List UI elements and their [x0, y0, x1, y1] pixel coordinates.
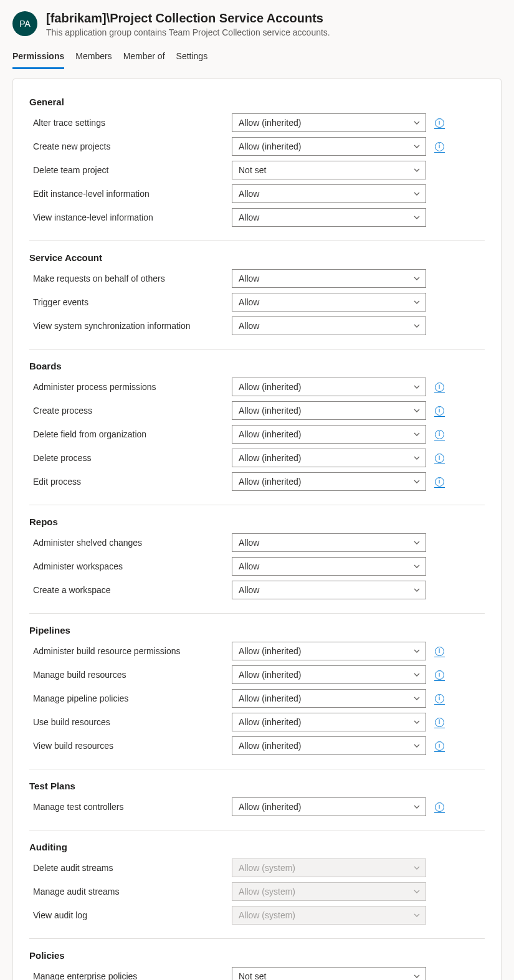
permission-row: Manage audit streamsAllow (system)	[29, 880, 485, 903]
permission-select[interactable]: Allow (inherited)	[232, 137, 426, 156]
chevron-down-icon	[413, 742, 421, 749]
info-icon[interactable]: i	[435, 454, 444, 463]
permission-row: Manage pipeline policiesAllow (inherited…	[29, 687, 485, 710]
info-icon[interactable]: i	[435, 430, 444, 439]
info-icon[interactable]: i	[435, 647, 444, 656]
permission-select[interactable]: Allow (inherited)	[232, 113, 426, 132]
info-column: i	[432, 406, 446, 416]
page-header: PA [fabrikam]\Project Collection Service…	[0, 0, 514, 42]
info-icon[interactable]: i	[435, 802, 444, 812]
permission-label: Manage test controllers	[29, 802, 226, 812]
permission-label: Trigger events	[29, 297, 226, 307]
permission-label: Alter trace settings	[29, 118, 226, 128]
permission-value: Allow (system)	[239, 887, 295, 897]
permission-select[interactable]: Allow (inherited)	[232, 797, 426, 816]
permission-row: Make requests on behalf of othersAllow	[29, 267, 485, 290]
permission-value: Allow (system)	[239, 910, 295, 920]
info-column: i	[432, 670, 446, 680]
permission-select: Allow (system)	[232, 859, 426, 877]
info-column: i	[432, 430, 446, 439]
chevron-down-icon	[413, 298, 421, 306]
info-column: i	[432, 802, 446, 812]
info-icon[interactable]: i	[435, 477, 444, 487]
permission-row: Manage test controllersAllow (inherited)…	[29, 795, 485, 819]
permission-label: Edit instance-level information	[29, 189, 226, 199]
permission-select[interactable]: Not set	[232, 967, 426, 980]
permission-select[interactable]: Allow	[232, 269, 426, 288]
permission-label: Edit process	[29, 477, 226, 487]
permission-value: Allow (inherited)	[239, 429, 301, 439]
permission-value: Allow (inherited)	[239, 141, 301, 151]
chevron-down-icon	[413, 973, 421, 980]
permission-value: Allow	[239, 189, 259, 199]
section: AuditingDelete audit streamsAllow (syste…	[29, 837, 485, 927]
permission-select[interactable]: Allow	[232, 533, 426, 552]
permission-label: Manage audit streams	[29, 887, 226, 897]
info-icon[interactable]: i	[435, 142, 444, 151]
chevron-down-icon	[413, 478, 421, 485]
permission-label: Make requests on behalf of others	[29, 274, 226, 283]
permission-label: View instance-level information	[29, 212, 226, 222]
permission-label: View build resources	[29, 741, 226, 751]
permission-select: Allow (system)	[232, 906, 426, 925]
info-icon[interactable]: i	[435, 694, 444, 703]
chevron-down-icon	[413, 718, 421, 726]
info-column: i	[432, 142, 446, 151]
permission-select[interactable]: Allow (inherited)	[232, 449, 426, 467]
permission-select[interactable]: Allow (inherited)	[232, 713, 426, 731]
tab-permissions[interactable]: Permissions	[12, 47, 64, 69]
permission-label: Create new projects	[29, 141, 226, 151]
section-divider	[29, 769, 485, 769]
permission-select[interactable]: Allow	[232, 581, 426, 599]
permission-select[interactable]: Allow (inherited)	[232, 689, 426, 708]
section-divider	[29, 830, 485, 830]
info-column: i	[432, 741, 446, 751]
section-title: Test Plans	[29, 776, 485, 795]
permission-value: Allow (system)	[239, 863, 295, 873]
permission-select[interactable]: Allow (inherited)	[232, 425, 426, 444]
permission-select[interactable]: Allow (inherited)	[232, 665, 426, 684]
tab-settings[interactable]: Settings	[176, 47, 208, 69]
info-icon[interactable]: i	[435, 383, 444, 392]
chevron-down-icon	[413, 563, 421, 570]
permission-value: Allow	[239, 274, 259, 283]
permission-select[interactable]: Allow (inherited)	[232, 401, 426, 420]
permission-select[interactable]: Allow (inherited)	[232, 736, 426, 755]
permission-value: Allow	[239, 321, 259, 331]
permission-select[interactable]: Allow (inherited)	[232, 642, 426, 660]
permission-value: Allow (inherited)	[239, 382, 301, 392]
permission-row: Delete field from organizationAllow (inh…	[29, 422, 485, 446]
section-title: General	[29, 92, 485, 111]
permission-select[interactable]: Allow (inherited)	[232, 472, 426, 491]
permission-value: Allow (inherited)	[239, 741, 301, 751]
permission-label: Create process	[29, 406, 226, 416]
permission-value: Allow	[239, 297, 259, 307]
permission-label: Delete audit streams	[29, 863, 226, 873]
chevron-down-icon	[413, 143, 421, 150]
chevron-down-icon	[413, 695, 421, 702]
permission-select[interactable]: Allow	[232, 184, 426, 203]
permission-value: Allow	[239, 212, 259, 222]
info-icon[interactable]: i	[435, 118, 444, 128]
info-icon[interactable]: i	[435, 718, 444, 727]
permission-value: Allow (inherited)	[239, 717, 301, 727]
info-icon[interactable]: i	[435, 741, 444, 751]
tab-member-of[interactable]: Member of	[123, 47, 165, 69]
info-icon[interactable]: i	[435, 670, 444, 680]
chevron-down-icon	[413, 539, 421, 546]
permission-value: Not set	[239, 165, 266, 175]
permission-select[interactable]: Allow (inherited)	[232, 378, 426, 396]
permission-select[interactable]: Not set	[232, 161, 426, 179]
tab-members[interactable]: Members	[75, 47, 112, 69]
chevron-down-icon	[413, 431, 421, 438]
permission-value: Not set	[239, 971, 266, 980]
permission-label: Administer process permissions	[29, 382, 226, 392]
info-icon[interactable]: i	[435, 406, 444, 416]
permission-value: Allow (inherited)	[239, 670, 301, 680]
permission-select[interactable]: Allow	[232, 557, 426, 576]
permission-select[interactable]: Allow	[232, 293, 426, 312]
permission-select[interactable]: Allow	[232, 208, 426, 227]
chevron-down-icon	[413, 888, 421, 895]
permission-select[interactable]: Allow	[232, 316, 426, 335]
permission-row: Create new projectsAllow (inherited)i	[29, 135, 485, 158]
